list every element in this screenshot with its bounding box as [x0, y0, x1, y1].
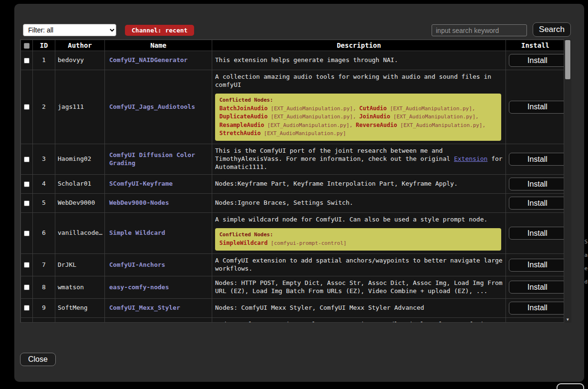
install-button[interactable]: Install — [509, 322, 564, 323]
edge-letter-fragment: S — [584, 239, 588, 245]
cell-author: SoftMeng — [55, 298, 105, 317]
extension-name-link[interactable]: Simple Wildcard — [109, 229, 165, 236]
conflict-title: Conflicted Nodes: — [219, 97, 497, 103]
cell-select — [21, 70, 33, 144]
row-checkbox[interactable] — [24, 181, 30, 187]
header-description: Description — [212, 40, 506, 51]
cell-id: 10 — [33, 317, 55, 323]
extension-name-link[interactable]: ComfyUI_NAIDGenerator — [109, 56, 187, 63]
install-button[interactable]: Install — [509, 54, 564, 67]
cell-description: Nodes:Keyframe Part, Keyframe Interpolat… — [212, 175, 506, 194]
header-name: Name — [105, 40, 212, 51]
table-header-row: ID Author Name Description Install — [21, 40, 565, 51]
extension-name-link[interactable]: ComfyUI_Jags_Audiotools — [109, 103, 195, 110]
scrollbar-thumb[interactable] — [565, 40, 570, 79]
conflict-node-name: StretchAudio — [219, 130, 261, 137]
extension-name-link[interactable]: ComfyUI_Mexx_Styler — [109, 304, 180, 311]
cell-description: A ComfyUI extension to add spatial ancho… — [212, 254, 506, 276]
select-all-checkbox[interactable] — [24, 43, 30, 49]
cell-author: vanillacode… — [55, 213, 105, 254]
install-button[interactable]: Install — [509, 281, 564, 294]
close-button[interactable]: Close — [20, 353, 56, 366]
cell-name: ComfyUI Yolov8 — [105, 317, 212, 323]
description-text: A ComfyUI extension to add spatial ancho… — [215, 257, 503, 272]
table-row: 5WebDev9000WebDev9000-NodesNodes:Ignore … — [21, 194, 565, 213]
cell-id: 7 — [33, 254, 55, 276]
table-scrollbar[interactable]: ▼ — [564, 39, 571, 323]
conflict-node-source: [EXT_AudioManipulation.py], — [268, 114, 359, 120]
install-button[interactable]: Install — [509, 259, 564, 272]
row-checkbox[interactable] — [24, 262, 30, 268]
conflict-node-source: [EXT_AudioManipulation.py], — [397, 122, 485, 128]
cell-install: Install — [506, 175, 565, 194]
extension-name-link[interactable]: easy-comfy-nodes — [109, 284, 169, 291]
cell-id: 1 — [33, 51, 55, 70]
conflict-node-source: [EXT_AudioManipulation.py], — [268, 105, 359, 112]
row-checkbox[interactable] — [24, 157, 30, 162]
install-button[interactable]: Install — [509, 101, 564, 114]
cell-description: This extension helps generate images thr… — [212, 51, 506, 70]
row-checkbox[interactable] — [24, 231, 30, 236]
extension-name-link[interactable]: WebDev9000-Nodes — [109, 199, 169, 206]
description-text: Nodes:Keyframe Part, Keyframe Interpolat… — [215, 180, 458, 187]
cell-description: A collection amazing audio tools for wor… — [212, 70, 506, 144]
cell-author: zcfrank1st — [55, 317, 105, 323]
cell-install: Install — [506, 213, 565, 254]
cell-name: ComfyUI_Mexx_Styler — [105, 298, 212, 317]
row-checkbox[interactable] — [24, 104, 30, 110]
cell-select — [21, 175, 33, 194]
install-button[interactable]: Install — [509, 197, 564, 210]
cell-description: Nodes:Ignore Braces, Settings Switch. — [212, 194, 506, 213]
description-text: This is the ComfyUI port of the joint re… — [215, 147, 454, 162]
cell-author: jags111 — [55, 70, 105, 144]
extension-name-link[interactable]: ComfyUI Diffusion Color Grading — [109, 151, 195, 167]
cell-install: Install — [506, 51, 565, 70]
description-text: A collection amazing audio tools for wor… — [215, 73, 491, 88]
cell-install: Install — [506, 144, 565, 175]
cell-install: Install — [506, 317, 565, 323]
background-button-fragment — [557, 383, 584, 389]
row-checkbox[interactable] — [24, 284, 30, 290]
install-button[interactable]: Install — [509, 302, 564, 315]
row-checkbox[interactable] — [24, 58, 30, 63]
conflict-node-source: [comfyui-prompt-control] — [268, 240, 347, 246]
cell-author: Haoming02 — [55, 144, 105, 175]
edge-letter-fragment: d — [584, 279, 588, 285]
cell-author: Scholar01 — [55, 175, 105, 194]
row-checkbox[interactable] — [24, 305, 30, 311]
conflict-box: Conflicted Nodes:BatchJoinAudio [EXT_Aud… — [215, 94, 501, 141]
cell-description: Nodes: Yolov8Detection, Yolov8Segmentati… — [212, 317, 506, 323]
extension-name-link[interactable]: SComfyUI-Keyframe — [109, 180, 173, 187]
search-button[interactable]: Search — [533, 22, 571, 37]
install-button[interactable]: Install — [509, 153, 564, 166]
cell-select — [21, 276, 33, 299]
edge-letter-fragment: e — [584, 265, 588, 272]
scrollbar-down-arrow-icon[interactable]: ▼ — [564, 317, 571, 322]
table-row: 8wmatsoneasy-comfy-nodesNodes: HTTP POST… — [21, 276, 565, 299]
cell-select — [21, 194, 33, 213]
description-link[interactable]: Extension — [454, 155, 487, 162]
table-row: 2jags111ComfyUI_Jags_AudiotoolsA collect… — [21, 70, 565, 144]
cell-id: 8 — [33, 276, 55, 299]
table-row: 1bedovyyComfyUI_NAIDGeneratorThis extens… — [21, 51, 565, 70]
description-text: This extension helps generate images thr… — [215, 56, 398, 63]
channel-badge: Channel: recent — [125, 25, 194, 36]
install-button[interactable]: Install — [509, 227, 564, 240]
cell-install: Install — [506, 194, 565, 213]
row-checkbox[interactable] — [24, 200, 30, 206]
header-install: Install — [506, 40, 565, 51]
cell-id: 6 — [33, 213, 55, 254]
filter-select[interactable]: Filter: all — [23, 24, 116, 36]
cell-author: WebDev9000 — [55, 194, 105, 213]
cell-install: Install — [506, 298, 565, 317]
cell-description: Nodes: ComfyUI Mexx Styler, ComfyUI Mexx… — [212, 298, 506, 317]
cell-name: WebDev9000-Nodes — [105, 194, 212, 213]
table-body: 1bedovyyComfyUI_NAIDGeneratorThis extens… — [21, 51, 565, 323]
conflict-node-source: [EXT_AudioManipulation.py], — [390, 114, 478, 120]
conflict-node-source: [EXT_AudioManipulation.py], — [264, 122, 356, 128]
cell-id: 3 — [33, 144, 55, 175]
cell-name: easy-comfy-nodes — [105, 276, 212, 299]
extension-name-link[interactable]: ComfyUI-Anchors — [109, 261, 165, 268]
install-button[interactable]: Install — [509, 178, 564, 190]
search-input[interactable] — [432, 24, 527, 36]
